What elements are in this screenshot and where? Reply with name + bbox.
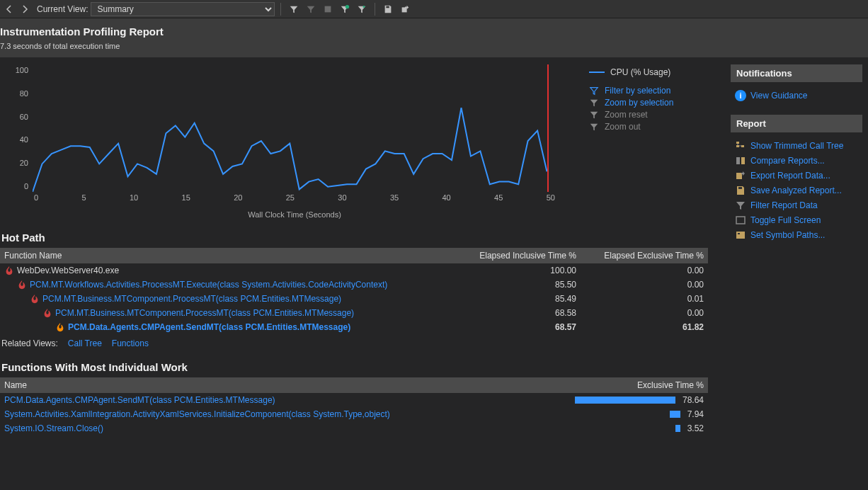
exclusive-time: 0.01 xyxy=(576,294,704,304)
inclusive-time: 68.58 xyxy=(449,308,576,318)
link-functions[interactable]: Functions xyxy=(112,338,149,348)
function-link[interactable]: PCM.MT.Business.MTComponent.ProcessMT(cl… xyxy=(55,308,354,318)
show-trimmed-call-tree[interactable]: Show Trimmed Call Tree xyxy=(735,140,862,152)
back-button[interactable] xyxy=(3,3,16,16)
table-row[interactable]: PCM.Data.Agents.CMPAgent.SendMT(class PC… xyxy=(0,393,708,407)
table-row[interactable]: PCM.MT.Workflows.Activities.ProcessMT.Ex… xyxy=(0,278,708,292)
report-panel-title: Report xyxy=(731,115,862,132)
inclusive-time: 68.57 xyxy=(449,322,576,332)
current-view-select[interactable]: Summary xyxy=(91,2,275,16)
exclusive-time: 0.00 xyxy=(576,266,704,275)
chart-x-axis: 05101520253035404550 xyxy=(33,193,556,202)
exclusive-time: 61.82 xyxy=(576,322,704,332)
functions-table: Name Exclusive Time % PCM.Data.Agents.CM… xyxy=(0,377,708,435)
svg-rect-4 xyxy=(736,142,739,144)
functions-title: Functions With Most Individual Work xyxy=(1,361,724,373)
svg-rect-11 xyxy=(736,217,745,224)
table-row[interactable]: WebDev.WebServer40.exe100.000.00 xyxy=(0,263,708,278)
svg-point-1 xyxy=(346,4,349,8)
svg-rect-8 xyxy=(741,157,745,164)
function-link[interactable]: PCM.MT.Business.MTComponent.ProcessMT(cl… xyxy=(42,294,341,304)
save-icon[interactable] xyxy=(381,2,395,16)
symbol-icon xyxy=(735,229,746,241)
function-name: WebDev.WebServer40.exe xyxy=(17,266,119,275)
chart-cursor xyxy=(547,64,549,192)
function-link[interactable]: PCM.Data.Agents.CMPAgent.SendMT(class PC… xyxy=(4,395,275,405)
info-icon: i xyxy=(735,90,746,101)
inclusive-time: 85.49 xyxy=(449,294,576,304)
zoom-out: Zoom out xyxy=(589,122,673,132)
svg-rect-3 xyxy=(402,7,407,12)
fullscreen-icon xyxy=(735,215,746,226)
view-guidance-link[interactable]: i View Guidance xyxy=(735,90,862,101)
svg-rect-10 xyxy=(738,187,742,189)
table-row[interactable]: PCM.Data.Agents.CMPAgent.SendMT(class PC… xyxy=(0,320,708,334)
function-link[interactable]: System.IO.Stream.Close() xyxy=(4,423,103,433)
col-function-name[interactable]: Function Name xyxy=(4,251,449,261)
compare-reports[interactable]: Compare Reports... xyxy=(735,155,862,166)
svg-rect-9 xyxy=(736,173,742,179)
col-inclusive-time[interactable]: Elapsed Inclusive Time % xyxy=(449,251,576,261)
function-link[interactable]: System.Activities.XamlIntegration.Activi… xyxy=(4,409,390,419)
exclusive-pct: 3.52 xyxy=(687,423,704,433)
col-exclusive-time[interactable]: Exclusive Time % xyxy=(527,380,704,390)
table-row[interactable]: PCM.MT.Business.MTComponent.ProcessMT(cl… xyxy=(0,306,708,320)
export-report-data[interactable]: Export Report Data... xyxy=(735,170,862,181)
hot-path-table: Function Name Elapsed Inclusive Time % E… xyxy=(0,248,708,334)
exclusive-pct: 7.94 xyxy=(687,409,704,419)
report-header: Instrumentation Profiling Report 7.3 sec… xyxy=(0,18,868,57)
save-analyzed-report[interactable]: Save Analyzed Report... xyxy=(735,185,862,196)
svg-rect-0 xyxy=(325,6,331,12)
export-icon[interactable] xyxy=(398,2,412,16)
chart-x-label: Wall Clock Time (Seconds) xyxy=(33,210,556,219)
related-views-label: Related Views: xyxy=(1,338,58,348)
notifications-panel-title: Notifications xyxy=(731,64,862,82)
table-row[interactable]: System.IO.Stream.Close()3.52 xyxy=(0,421,708,435)
inclusive-time: 85.50 xyxy=(449,280,576,290)
forward-button[interactable] xyxy=(18,3,31,16)
svg-rect-12 xyxy=(736,232,745,239)
related-views: Related Views: Call Tree Functions xyxy=(1,338,724,348)
legend-swatch xyxy=(589,72,605,73)
current-view-label: Current View: xyxy=(37,4,88,14)
table-row[interactable]: PCM.MT.Business.MTComponent.ProcessMT(cl… xyxy=(0,292,708,306)
chart-legend-item: CPU (% Usage) xyxy=(589,67,673,77)
svg-rect-5 xyxy=(736,145,739,147)
filter-report-data[interactable]: Filter Report Data xyxy=(735,200,862,211)
filter-add-icon[interactable] xyxy=(338,2,352,16)
separator xyxy=(375,3,375,16)
toolbar: Current View: Summary xyxy=(0,0,868,18)
function-link[interactable]: PCM.MT.Workflows.Activities.ProcessMT.Ex… xyxy=(30,280,387,290)
separator xyxy=(280,3,281,16)
svg-rect-6 xyxy=(741,145,744,147)
filter-icon[interactable] xyxy=(287,2,301,16)
save-icon xyxy=(735,185,746,196)
table-header: Function Name Elapsed Inclusive Time % E… xyxy=(0,248,708,263)
legend-label: CPU (% Usage) xyxy=(610,67,670,77)
table-row[interactable]: System.Activities.XamlIntegration.Activi… xyxy=(0,407,708,421)
filter-run-icon[interactable] xyxy=(355,2,369,16)
cpu-chart: 100806040200 05101520253035404550 Wall C… xyxy=(0,64,724,219)
zoom-by-selection[interactable]: Zoom by selection xyxy=(589,98,673,108)
svg-rect-7 xyxy=(736,157,740,164)
svg-rect-2 xyxy=(387,6,389,8)
zoom-reset: Zoom reset xyxy=(589,110,673,120)
chart-y-axis: 100806040200 xyxy=(0,64,33,192)
exclusive-time: 0.00 xyxy=(576,308,704,318)
filter-by-selection[interactable]: Filter by selection xyxy=(589,86,673,96)
set-symbol-paths[interactable]: Set Symbol Paths... xyxy=(735,229,862,241)
exclusive-pct: 78.64 xyxy=(683,395,704,405)
exclusive-time: 0.00 xyxy=(576,280,704,290)
inclusive-time: 100.00 xyxy=(449,266,576,275)
function-link[interactable]: PCM.Data.Agents.CMPAgent.SendMT(class PC… xyxy=(68,322,350,332)
compare-icon xyxy=(735,155,746,166)
filter-stop-icon xyxy=(321,2,335,16)
hot-path-title: Hot Path xyxy=(1,232,724,244)
svg-rect-13 xyxy=(738,233,740,234)
link-call-tree[interactable]: Call Tree xyxy=(68,338,102,348)
col-name[interactable]: Name xyxy=(4,380,527,390)
toggle-full-screen[interactable]: Toggle Full Screen xyxy=(735,215,862,226)
col-exclusive-time[interactable]: Elapsed Exclusive Time % xyxy=(576,251,704,261)
filter-remove-icon xyxy=(304,2,318,16)
chart-plot[interactable]: 05101520253035404550 xyxy=(33,64,556,206)
